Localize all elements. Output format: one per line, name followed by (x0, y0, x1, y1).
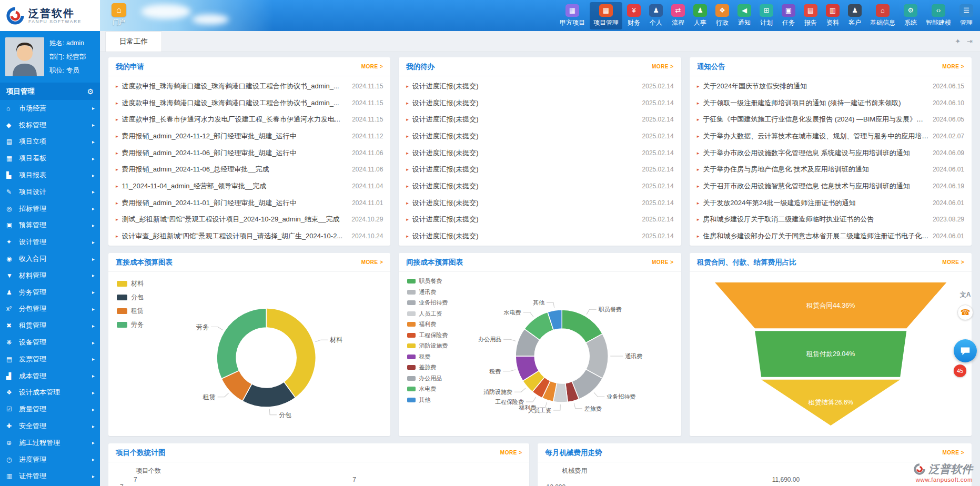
topnav-item[interactable]: ▣任务 (778, 2, 799, 29)
sidebar-item[interactable]: ▦项目看板▸ (0, 150, 100, 167)
list-item[interactable]: ▸11_2024-11-04_admin_经营部_领导审批__完成2024.11… (116, 178, 383, 195)
key-icon[interactable]: ✦ (955, 37, 961, 45)
topnav-item[interactable]: ☰管理 (956, 2, 977, 29)
avatar[interactable] (5, 37, 44, 76)
list-item[interactable]: ▸进度款申报_珠海鹤港口建设_珠海鹤港口建设工程合作协议书_admin_...2… (116, 95, 383, 112)
sidebar-item[interactable]: ▤项目立项▸ (0, 134, 100, 150)
more-link[interactable]: MORE > (500, 450, 522, 455)
sidebar-item[interactable]: ✦设计管理▸ (0, 234, 100, 250)
legend-item[interactable]: 消防设施费 (407, 342, 448, 350)
topnav-item[interactable]: ♟个人 (645, 2, 666, 29)
legend-item[interactable]: 工程保险费 (407, 331, 448, 339)
sidebar-item[interactable]: ☑质量管理▸ (0, 401, 100, 418)
module-header[interactable]: 项目管理 ⚙ (0, 83, 100, 100)
list-item[interactable]: ▸设计进度汇报(未提交)2025.02.14 (406, 78, 673, 95)
notification-badge[interactable]: 45 (954, 364, 966, 377)
app-logo[interactable]: 泛普软件 FANPU SOFTWARE (0, 0, 100, 31)
footer-url[interactable]: www.fanpusoft.com (914, 477, 973, 483)
more-link[interactable]: MORE > (361, 259, 383, 265)
legend-item[interactable]: 办公用品 (407, 374, 448, 382)
list-item[interactable]: ▸关于2024年国庆节放假安排的通知2024.06.15 (697, 78, 964, 95)
sidebar-item[interactable]: x²分包管理▸ (0, 301, 100, 318)
phone-icon[interactable]: ☎ (957, 305, 973, 320)
list-item[interactable]: ▸关于召开市政公用设施智慧化管理信息 信息技术与应用培训班的通知2024.06.… (697, 178, 964, 195)
sidebar-item[interactable]: ▤发票管理▸ (0, 351, 100, 368)
list-item[interactable]: ▸设计进度汇报(未提交)2025.02.14 (406, 211, 673, 228)
sidebar-item[interactable]: ✚安全管理▸ (0, 418, 100, 434)
sidebar-item[interactable]: ◉收入合同▸ (0, 250, 100, 267)
pie-slice[interactable] (266, 308, 316, 398)
list-item[interactable]: ▸设计进度汇报(未提交)2025.02.14 (406, 161, 673, 178)
list-item[interactable]: ▸设计审查_彭祖新城“四馆”景观工程设计项目_请选择_胡广生_2024-10-2… (116, 228, 383, 245)
list-item[interactable]: ▸设计进度汇报(未提交)2025.02.14 (406, 111, 673, 128)
list-item[interactable]: ▸关于举办住房与房地产信息化 技术及应用培训班的通知2024.06.01 (697, 161, 964, 178)
legend-item[interactable]: 福利费 (407, 320, 448, 328)
more-link[interactable]: MORE > (942, 64, 964, 69)
list-item[interactable]: ▸设计进度汇报(未提交)2025.02.14 (406, 95, 673, 112)
legend-item[interactable]: 人员工资 (407, 310, 448, 318)
legend-item[interactable]: 业务招待费 (407, 299, 448, 307)
sidebar-item[interactable]: ◷进度管理▸ (0, 451, 100, 468)
sidebar-item[interactable]: ▟成本管理▸ (0, 368, 100, 384)
list-item[interactable]: ▸设计进度汇报(未提交)2025.02.14 (406, 195, 673, 211)
list-item[interactable]: ▸测试_彭祖新城“四馆”景观工程设计项目_2024-10-29_admin_结束… (116, 211, 383, 228)
legend-item[interactable]: 税费 (407, 353, 448, 361)
more-link[interactable]: MORE > (942, 450, 964, 455)
pie-slice[interactable] (217, 308, 266, 379)
more-link[interactable]: MORE > (652, 64, 674, 69)
sidebar-item[interactable]: ❋设备管理▸ (0, 334, 100, 351)
list-item[interactable]: ▸住房和城乡建设部办公厅关于同意吉林省开展二级建造师注册证书电子化试点...20… (697, 228, 964, 245)
sidebar-item[interactable]: ❖设计成本管理▸ (0, 384, 100, 401)
topnav-item[interactable]: ¥财务 (623, 2, 644, 29)
sidebar-item[interactable]: ▙项目报表▸ (0, 167, 100, 184)
topnav-item[interactable]: ❖行政 (712, 2, 733, 29)
sidebar-item[interactable]: ✖租赁管理▸ (0, 317, 100, 334)
list-item[interactable]: ▸设计进度汇报(未提交)2025.02.14 (406, 178, 673, 195)
topnav-item[interactable]: ▦项目管理 (590, 2, 622, 29)
topnav-item[interactable]: ♟人事 (690, 2, 711, 29)
topnav-item[interactable]: ⇄流程 (668, 2, 689, 29)
topnav-item[interactable]: ▤报告 (800, 2, 821, 29)
gear-icon[interactable]: ⚙ (87, 87, 94, 96)
list-item[interactable]: ▸费用报销_admin_2024-11-01_部门经理审批_胡建_运行中2024… (116, 195, 383, 211)
legend-item[interactable]: 租赁 (117, 307, 144, 316)
more-link[interactable]: MORE > (942, 259, 964, 265)
sidebar-item[interactable]: ▼材料管理▸ (0, 267, 100, 284)
topnav-item[interactable]: ▦甲方项目 (556, 2, 589, 29)
sidebar-item[interactable]: ◆投标管理▸ (0, 117, 100, 134)
list-item[interactable]: ▸费用报销_admin_2024-11-06_总经理审批__完成2024.11.… (116, 161, 383, 178)
topnav-item[interactable]: ◀通知 (734, 2, 755, 29)
topnav-portal[interactable]: ⌂ 门户 (112, 3, 126, 27)
list-item[interactable]: ▸设计进度汇报(未提交)2025.02.14 (406, 228, 673, 245)
sidebar-item[interactable]: ⌂市场经营▸ (0, 100, 100, 117)
list-item[interactable]: ▸关于领取一级注册建造师培训项目的通知 (须持一建证书前来领取)2024.06.… (697, 95, 964, 112)
list-item[interactable]: ▸进度款申报_长春市伊通河水力发电厂设建工程_长春市伊通河水力发电...2024… (116, 111, 383, 128)
topnav-item[interactable]: ⊞计划 (756, 2, 777, 29)
sidebar-item[interactable]: ▥证件管理▸ (0, 468, 100, 485)
list-item[interactable]: ▸设计进度汇报(未提交)2025.02.14 (406, 145, 673, 161)
sidebar-item[interactable]: ◎招标管理▸ (0, 200, 100, 217)
list-item[interactable]: ▸关于举办市政公用设施数字化管理信息 系统建设与应用培训班的通知2024.06.… (697, 145, 964, 161)
tab-daily-work[interactable]: 日常工作 (105, 32, 162, 52)
list-item[interactable]: ▸关于举办大数据、云计算技术在城市建设、规划、管理与服务中的应用培训班...20… (697, 128, 964, 145)
list-item[interactable]: ▸房和城乡建设厅关于取消二级建造师临时执业证书的公告2023.08.29 (697, 211, 964, 228)
sidebar-item[interactable]: ♟劳务管理▸ (0, 284, 100, 301)
topnav-item[interactable]: ⚙系统 (900, 2, 921, 29)
legend-item[interactable]: 劳务 (117, 320, 144, 329)
list-item[interactable]: ▸于征集《中国建筑施工行业信息化发展报告 (2024) —BIM应用与发展》材料… (697, 111, 964, 128)
more-link[interactable]: MORE > (652, 259, 674, 265)
legend-item[interactable]: 差旅费 (407, 363, 448, 371)
sidebar-item[interactable]: ✎项目设计▸ (0, 184, 100, 200)
legend-item[interactable]: 材料 (117, 279, 144, 288)
topnav-item[interactable]: ⌂基础信息 (866, 2, 899, 29)
legend-item[interactable]: 分包 (117, 293, 144, 302)
sidebar-item[interactable]: ⊕施工过程管理▸ (0, 434, 100, 451)
sidebar-item[interactable]: ▣预算管理▸ (0, 217, 100, 234)
list-item[interactable]: ▸设计进度汇报(未提交)2025.02.14 (406, 128, 673, 145)
list-item[interactable]: ▸进度款申报_珠海鹤港口建设_珠海鹤港口建设工程合作协议书_admin_...2… (116, 78, 383, 95)
legend-item[interactable]: 水电费 (407, 385, 448, 393)
list-item[interactable]: ▸费用报销_admin_2024-11-12_部门经理审批_胡建_运行中2024… (116, 128, 383, 145)
legend-item[interactable]: 其他 (407, 396, 448, 404)
list-item[interactable]: ▸费用报销_admin_2024-11-06_部门经理审批_胡建_运行中2024… (116, 145, 383, 161)
translate-icon[interactable]: 文A (960, 290, 971, 299)
